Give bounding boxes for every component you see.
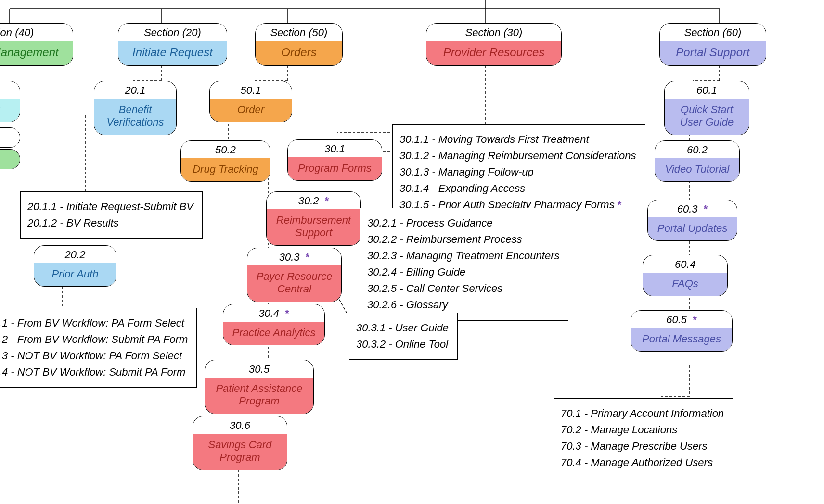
- node-30-1: 30.1 Program Forms: [287, 139, 382, 181]
- node-40-1-hdr: 40.1: [0, 81, 20, 99]
- node-30-2: 30.2 * Reimbursement Support: [266, 191, 361, 246]
- asterisk-icon: *: [306, 251, 310, 263]
- list-item: 70.4 - Manage Authorized Users: [561, 454, 724, 471]
- node-30-1-hdr: 30.1: [288, 140, 382, 157]
- list-item: 30.2.6 - Glossary: [367, 297, 559, 313]
- node-40-partial-2: [0, 149, 20, 169]
- section-20-body: Initiate Request: [118, 41, 227, 65]
- node-50-2: 50.2 Drug Tracking: [180, 140, 270, 182]
- node-30-6-body: Savings Card Program: [193, 434, 287, 470]
- node-60-1-hdr: 60.1: [665, 81, 749, 99]
- list-item: 30.2.2 - Reimbursement Process: [367, 231, 559, 248]
- node-60-3-hdr: 60.3 *: [648, 200, 737, 217]
- section-40: Section (40) Patient Management: [0, 23, 73, 66]
- node-60-4-body: FAQs: [643, 273, 727, 296]
- node-30-6: 30.6 Savings Card Program: [193, 416, 287, 470]
- asterisk-icon: *: [693, 314, 697, 326]
- node-30-3-body: Payer Resource Central: [247, 265, 341, 302]
- list-20-2: 20.2.1 - From BV Workflow: PA Form Selec…: [0, 308, 197, 388]
- list-item: 30.1.3 - Managing Follow-up: [399, 164, 636, 180]
- list-item: 70.3 - Manage Prescribe Users: [561, 438, 724, 454]
- node-50-1-body: Order: [210, 99, 292, 122]
- list-30-2: 30.2.1 - Process Guidance30.2.2 - Reimbu…: [360, 208, 568, 321]
- list-item: 30.2.5 - Call Center Services: [367, 280, 559, 297]
- node-30-4: 30.4 * Practice Analytics: [223, 304, 325, 345]
- node-60-1-body: Quick Start User Guide: [665, 99, 749, 135]
- list-item: 70.2 - Manage Locations: [561, 422, 724, 438]
- section-50: Section (50) Orders: [255, 23, 343, 66]
- node-20-1: 20.1 Benefit Verifications: [94, 81, 177, 135]
- node-30-3-hdr: 30.3 *: [247, 248, 341, 265]
- asterisk-icon: *: [325, 195, 329, 207]
- section-20: Section (20) Initiate Request: [118, 23, 227, 66]
- node-30-5-hdr: 30.5: [205, 360, 313, 378]
- list-item: 30.3.1 - User Guide: [356, 320, 449, 336]
- node-30-4-hdr: 30.4 *: [223, 304, 324, 322]
- section-20-hdr: Section (20): [118, 24, 227, 41]
- node-20-1-hdr: 20.1: [94, 81, 176, 99]
- node-30-4-body: Practice Analytics: [223, 322, 324, 345]
- list-item: 30.1.2 - Managing Reimbursement Consider…: [399, 148, 636, 164]
- node-30-1-body: Program Forms: [288, 157, 382, 180]
- asterisk-icon: *: [618, 199, 622, 211]
- node-30-5-body: Patient Assistance Program: [205, 378, 313, 414]
- list-item: 30.2.1 - Process Guidance: [367, 215, 559, 231]
- section-60: Section (60) Portal Support: [659, 23, 766, 66]
- section-30-hdr: Section (30): [426, 24, 561, 41]
- node-40-1-body: Patient: [0, 99, 20, 122]
- list-20-1: 20.1.1 - Initiate Request-Submit BV20.1.…: [20, 191, 203, 239]
- node-60-4: 60.4 FAQs: [643, 255, 728, 296]
- node-30-2-hdr: 30.2 *: [267, 192, 360, 209]
- node-50-1: 50.1 Order: [209, 81, 292, 122]
- section-30: Section (30) Provider Resources: [426, 23, 562, 66]
- node-50-2-hdr: 50.2: [181, 141, 270, 158]
- list-item: 30.2.4 - Billing Guide: [367, 264, 559, 280]
- asterisk-icon: *: [704, 203, 708, 215]
- node-40-1: 40.1 Patient: [0, 81, 20, 122]
- node-60-5: 60.5 * Portal Messages: [631, 310, 733, 352]
- list-70: 70.1 - Primary Account Information70.2 -…: [554, 398, 733, 478]
- node-30-3: 30.3 * Payer Resource Central: [247, 248, 342, 302]
- node-60-1: 60.1 Quick Start User Guide: [664, 81, 749, 135]
- node-60-3: 60.3 * Portal Updates: [647, 200, 737, 241]
- node-40-partial-1: [0, 127, 20, 148]
- node-60-2-hdr: 60.2: [655, 141, 739, 158]
- node-30-6-hdr: 30.6: [193, 416, 287, 434]
- list-item: 20.2.3 - NOT BV Workflow: PA Form Select: [0, 348, 188, 364]
- list-item: 20.1.2 - BV Results: [27, 215, 193, 231]
- node-30-2-body: Reimbursement Support: [267, 209, 360, 245]
- node-30-5: 30.5 Patient Assistance Program: [205, 360, 314, 414]
- list-item: 70.1 - Primary Account Information: [561, 405, 724, 422]
- list-item: 20.1.1 - Initiate Request-Submit BV: [27, 199, 193, 215]
- node-50-2-body: Drug Tracking: [181, 158, 270, 181]
- node-20-2: 20.2 Prior Auth: [34, 245, 116, 287]
- list-item: 30.1.1 - Moving Towards First Treatment: [399, 131, 636, 148]
- node-60-2-body: Video Tutorial: [655, 158, 739, 181]
- list-30-3: 30.3.1 - User Guide30.3.2 - Online Tool: [349, 313, 458, 360]
- node-60-5-hdr: 60.5 *: [631, 311, 732, 328]
- asterisk-icon: *: [285, 307, 289, 319]
- section-30-body: Provider Resources: [426, 41, 561, 65]
- section-60-hdr: Section (60): [660, 24, 766, 41]
- section-40-hdr: Section (40): [0, 24, 73, 41]
- node-60-5-body: Portal Messages: [631, 328, 732, 351]
- section-50-body: Orders: [256, 41, 342, 65]
- node-20-2-hdr: 20.2: [34, 246, 116, 263]
- node-50-1-hdr: 50.1: [210, 81, 292, 99]
- section-50-hdr: Section (50): [256, 24, 342, 41]
- list-item: 20.2.1 - From BV Workflow: PA Form Selec…: [0, 315, 188, 331]
- list-item: 20.2.4 - NOT BV Workflow: Submit PA Form: [0, 364, 188, 380]
- list-30-1: 30.1.1 - Moving Towards First Treatment3…: [392, 124, 645, 220]
- list-item: 30.1.4 - Expanding Access: [399, 180, 636, 197]
- node-20-2-body: Prior Auth: [34, 263, 116, 286]
- list-item: 30.2.3 - Managing Treatment Encounters: [367, 248, 559, 264]
- list-item: 20.2.2 - From BV Workflow: Submit PA For…: [0, 331, 188, 348]
- list-item: 30.3.2 - Online Tool: [356, 336, 449, 353]
- node-60-2: 60.2 Video Tutorial: [655, 140, 740, 182]
- node-20-1-body: Benefit Verifications: [94, 99, 176, 135]
- node-60-3-body: Portal Updates: [648, 217, 737, 240]
- node-60-4-hdr: 60.4: [643, 255, 727, 273]
- section-40-body: Patient Management: [0, 41, 73, 65]
- section-60-body: Portal Support: [660, 41, 766, 65]
